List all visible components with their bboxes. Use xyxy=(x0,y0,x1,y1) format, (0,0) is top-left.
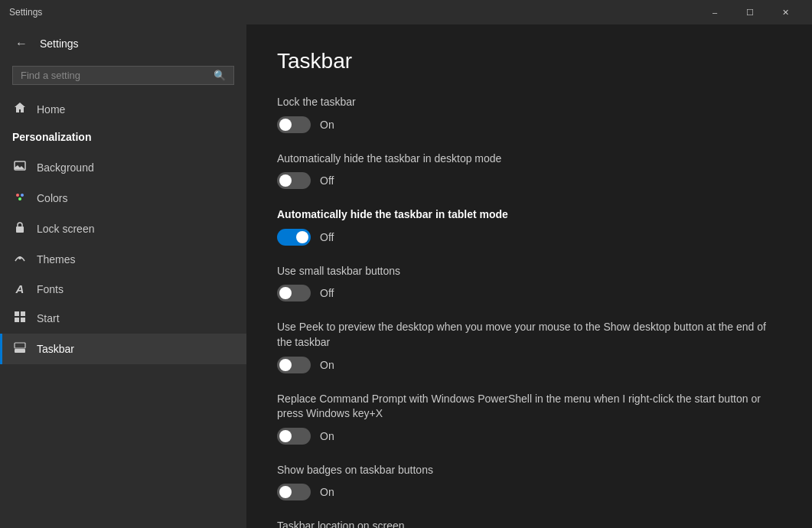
sidebar-app-title: Settings xyxy=(40,37,79,50)
sidebar-item-colors-label: Colors xyxy=(37,192,67,204)
replace-cmd-toggle-row: On xyxy=(277,428,781,445)
main-layout: ← Settings 🔍 Home Personalization xyxy=(0,24,812,528)
show-badges-label: Show badges on taskbar buttons xyxy=(277,463,781,478)
sidebar-item-themes-label: Themes xyxy=(37,253,76,266)
small-buttons-toggle[interactable] xyxy=(277,285,311,301)
lock-taskbar-toggle-thumb xyxy=(279,119,292,131)
themes-icon xyxy=(12,252,28,267)
small-buttons-state: Off xyxy=(320,287,334,299)
svg-rect-10 xyxy=(15,349,25,353)
back-button[interactable]: ← xyxy=(12,34,31,54)
auto-hide-tablet-toggle-thumb xyxy=(296,231,308,243)
setting-peek-preview: Use Peek to preview the desktop when you… xyxy=(277,320,781,373)
small-buttons-label: Use small taskbar buttons xyxy=(277,264,781,279)
auto-hide-desktop-toggle-row: Off xyxy=(277,172,781,189)
svg-rect-8 xyxy=(15,318,19,322)
minimize-button[interactable]: – xyxy=(697,0,732,24)
sidebar-top: ← Settings xyxy=(0,24,246,63)
sidebar-item-taskbar-label: Taskbar xyxy=(37,343,74,355)
setting-replace-cmd: Replace Command Prompt with Windows Powe… xyxy=(277,392,781,445)
sidebar-item-lock-screen-label: Lock screen xyxy=(37,223,94,235)
svg-rect-9 xyxy=(21,318,25,322)
svg-point-5 xyxy=(18,256,21,259)
replace-cmd-label: Replace Command Prompt with Windows Powe… xyxy=(277,392,781,422)
show-badges-toggle[interactable] xyxy=(277,484,311,500)
setting-lock-taskbar: Lock the taskbar On xyxy=(277,95,781,133)
sidebar-item-start-label: Start xyxy=(37,312,60,324)
show-badges-toggle-thumb xyxy=(279,486,292,498)
start-icon xyxy=(12,311,28,326)
sidebar-item-fonts-label: Fonts xyxy=(37,283,64,295)
sidebar-item-background-label: Background xyxy=(37,161,94,174)
maximize-button[interactable]: ☐ xyxy=(732,0,768,24)
sidebar-item-background[interactable]: Background xyxy=(0,152,246,183)
setting-small-buttons: Use small taskbar buttons Off xyxy=(277,264,781,302)
lock-screen-icon xyxy=(12,221,28,236)
replace-cmd-toggle-thumb xyxy=(279,430,292,442)
auto-hide-tablet-state: Off xyxy=(320,231,334,243)
lock-taskbar-toggle[interactable] xyxy=(277,116,311,133)
sidebar: ← Settings 🔍 Home Personalization xyxy=(0,24,246,528)
peek-preview-toggle[interactable] xyxy=(277,357,311,373)
replace-cmd-toggle[interactable] xyxy=(277,428,311,445)
sidebar-item-fonts[interactable]: A Fonts xyxy=(0,275,246,303)
svg-point-3 xyxy=(18,197,21,200)
auto-hide-tablet-toggle[interactable] xyxy=(277,229,311,246)
page-title: Taskbar xyxy=(277,49,781,73)
setting-auto-hide-desktop: Automatically hide the taskbar in deskto… xyxy=(277,152,781,190)
sidebar-item-lock-screen[interactable]: Lock screen xyxy=(0,213,246,244)
sidebar-item-themes[interactable]: Themes xyxy=(0,244,246,275)
taskbar-location-label: Taskbar location on screen xyxy=(277,519,781,528)
sidebar-item-home[interactable]: Home xyxy=(0,94,246,125)
content-area: Taskbar Lock the taskbar On Automaticall… xyxy=(246,24,812,528)
sidebar-section-title: Personalization xyxy=(0,125,246,152)
background-icon xyxy=(12,160,28,175)
auto-hide-tablet-toggle-row: Off xyxy=(277,229,781,246)
svg-point-1 xyxy=(16,194,19,197)
titlebar-controls: – ☐ ✕ xyxy=(697,0,803,24)
setting-taskbar-location: Taskbar location on screen Bottom ▾ xyxy=(277,519,781,528)
search-box[interactable]: 🔍 xyxy=(12,66,234,85)
svg-rect-6 xyxy=(15,311,19,316)
setting-auto-hide-tablet: Automatically hide the taskbar in tablet… xyxy=(277,207,781,246)
peek-preview-toggle-row: On xyxy=(277,357,781,373)
titlebar: Settings – ☐ ✕ xyxy=(0,0,812,24)
small-buttons-toggle-row: Off xyxy=(277,285,781,301)
show-badges-toggle-row: On xyxy=(277,484,781,500)
lock-taskbar-state: On xyxy=(320,119,334,131)
search-input[interactable] xyxy=(21,70,207,81)
svg-rect-7 xyxy=(21,311,25,316)
lock-taskbar-label: Lock the taskbar xyxy=(277,95,781,110)
auto-hide-desktop-state: Off xyxy=(320,174,334,187)
sidebar-item-home-label: Home xyxy=(37,103,65,116)
show-badges-state: On xyxy=(320,486,334,498)
auto-hide-desktop-toggle[interactable] xyxy=(277,172,311,189)
peek-preview-toggle-thumb xyxy=(279,359,292,371)
titlebar-title: Settings xyxy=(9,7,697,18)
lock-taskbar-toggle-row: On xyxy=(277,116,781,133)
taskbar-icon xyxy=(12,341,28,357)
small-buttons-toggle-thumb xyxy=(279,287,292,299)
peek-preview-label: Use Peek to preview the desktop when you… xyxy=(277,320,781,350)
setting-show-badges: Show badges on taskbar buttons On xyxy=(277,463,781,501)
colors-icon xyxy=(12,191,28,206)
sidebar-item-colors[interactable]: Colors xyxy=(0,183,246,213)
svg-rect-4 xyxy=(16,227,24,233)
auto-hide-desktop-toggle-thumb xyxy=(279,174,292,187)
svg-rect-11 xyxy=(15,343,25,348)
sidebar-item-start[interactable]: Start xyxy=(0,303,246,334)
replace-cmd-state: On xyxy=(320,430,334,442)
auto-hide-tablet-label: Automatically hide the taskbar in tablet… xyxy=(277,207,781,223)
fonts-icon: A xyxy=(12,282,28,295)
svg-point-2 xyxy=(21,194,24,197)
close-button[interactable]: ✕ xyxy=(768,0,803,24)
auto-hide-desktop-label: Automatically hide the taskbar in deskto… xyxy=(277,152,781,167)
search-icon: 🔍 xyxy=(214,70,226,81)
sidebar-item-taskbar[interactable]: Taskbar xyxy=(0,334,246,364)
home-icon xyxy=(12,102,28,117)
peek-preview-state: On xyxy=(320,359,334,371)
